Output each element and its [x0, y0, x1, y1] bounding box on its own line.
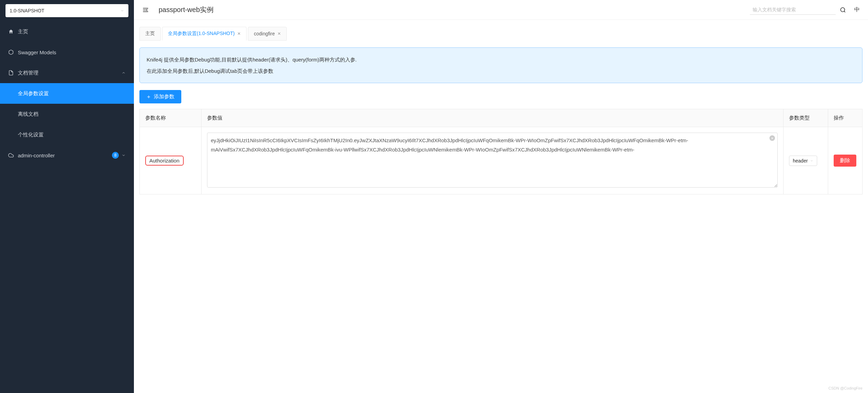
tabs: 主页 全局参数设置(1.0-SNAPSHOT) ✕ codingfire ✕	[139, 27, 863, 41]
tab-label: codingfire	[254, 31, 275, 36]
sidebar-subitem-personalization[interactable]: 个性化设置	[0, 124, 134, 145]
close-icon[interactable]: ✕	[277, 31, 281, 36]
sidebar-item-label: 个性化设置	[18, 132, 44, 138]
column-header-name: 参数名称	[140, 109, 202, 127]
sidebar-item-label: 文档管理	[18, 70, 38, 76]
sidebar-item-label: 全局参数设置	[18, 90, 49, 97]
delete-button[interactable]: 删除	[834, 155, 856, 167]
param-type-select[interactable]: header	[789, 156, 817, 166]
sidebar-item-label: 离线文档	[18, 111, 38, 117]
sidebar-item-label: 主页	[18, 29, 28, 35]
param-name: Authorization	[145, 156, 184, 166]
home-icon	[8, 29, 14, 34]
chevron-down-icon	[120, 9, 124, 13]
sidebar-subitem-global-params[interactable]: 全局参数设置	[0, 83, 134, 104]
button-label: 添加参数	[154, 93, 174, 100]
tab-home[interactable]: 主页	[139, 27, 161, 41]
clear-icon[interactable]: ✕	[769, 135, 775, 141]
main-content: passport-web实例 中 主页 全局参数设置(1.0-SNAPSHOT)…	[134, 0, 868, 393]
sidebar-item-swagger-models[interactable]: Swagger Models	[0, 42, 134, 63]
svg-point-3	[841, 8, 845, 12]
sidebar-item-home[interactable]: 主页	[0, 21, 134, 42]
select-value: header	[793, 158, 808, 164]
plus-icon	[146, 94, 151, 99]
info-line: 在此添加全局参数后,默认Debug调试tab页会带上该参数	[147, 65, 855, 77]
document-icon	[8, 70, 14, 76]
column-header-value: 参数值	[202, 109, 784, 127]
page-title: passport-web实例	[159, 5, 750, 14]
cloud-icon	[8, 153, 14, 158]
sidebar-item-doc-management[interactable]: 文档管理	[0, 63, 134, 83]
chevron-down-icon	[810, 159, 813, 162]
version-select-value: 1.0-SNAPSHOT	[10, 8, 44, 13]
sidebar-item-label: Swagger Models	[18, 49, 56, 55]
collapse-sidebar-button[interactable]	[142, 7, 149, 13]
table-row: Authorization ✕ header	[140, 127, 863, 194]
tab-global-params[interactable]: 全局参数设置(1.0-SNAPSHOT) ✕	[162, 27, 247, 41]
column-header-type: 参数类型	[784, 109, 828, 127]
search-input[interactable]	[750, 5, 836, 15]
params-table: 参数名称 参数值 参数类型 操作 Authorization	[139, 109, 863, 194]
sidebar-item-admin-controller[interactable]: admin-controller 8	[0, 145, 134, 166]
models-icon	[8, 49, 14, 55]
sidebar: 1.0-SNAPSHOT 主页 Swagger Models	[0, 0, 134, 393]
sidebar-item-label: admin-controller	[18, 153, 55, 158]
search-icon[interactable]	[840, 7, 846, 13]
header: passport-web实例 中	[134, 0, 868, 20]
sidebar-subitem-offline-doc[interactable]: 离线文档	[0, 104, 134, 124]
count-badge: 8	[112, 152, 119, 159]
tab-label: 主页	[145, 31, 155, 37]
tab-label: 全局参数设置(1.0-SNAPSHOT)	[168, 31, 235, 37]
tab-codingfire[interactable]: codingfire ✕	[248, 27, 287, 41]
language-toggle[interactable]: 中	[854, 6, 860, 13]
info-box: Knife4j 提供全局参数Debug功能,目前默认提供header(请求头)、…	[139, 47, 863, 83]
close-icon[interactable]: ✕	[237, 31, 241, 36]
info-line: Knife4j 提供全局参数Debug功能,目前默认提供header(请求头)、…	[147, 54, 855, 65]
chevron-up-icon	[122, 71, 126, 75]
chevron-down-icon	[122, 153, 126, 157]
add-param-button[interactable]: 添加参数	[139, 90, 181, 103]
column-header-action: 操作	[828, 109, 863, 127]
watermark: CSDN @CodingFire	[829, 386, 863, 390]
svg-line-4	[844, 11, 845, 12]
version-select[interactable]: 1.0-SNAPSHOT	[5, 4, 128, 17]
param-value-input[interactable]	[207, 133, 778, 188]
